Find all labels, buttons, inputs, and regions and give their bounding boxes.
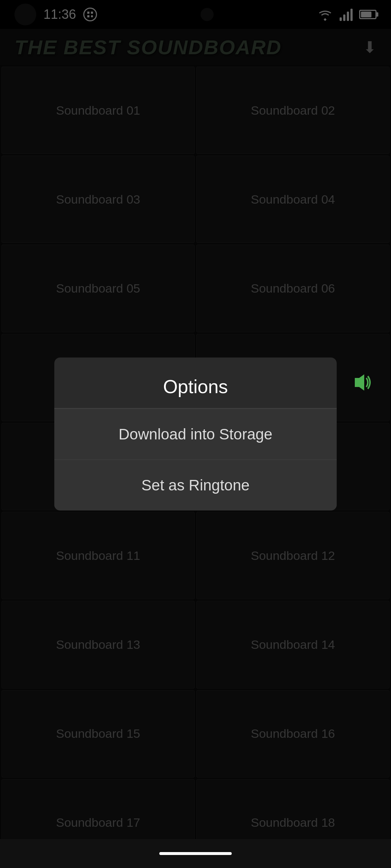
set-ringtone-button[interactable]: Set as Ringtone [54,460,337,511]
speaker-icon [351,373,373,397]
dialog-overlay[interactable]: Options Download into Storage Set as Rin… [0,0,391,868]
download-storage-button[interactable]: Download into Storage [54,409,337,460]
svg-marker-4 [355,374,364,391]
options-dialog: Options Download into Storage Set as Rin… [54,358,337,511]
nav-home-pill[interactable] [159,852,232,855]
options-dialog-title: Options [54,358,337,408]
nav-bar [0,839,391,868]
